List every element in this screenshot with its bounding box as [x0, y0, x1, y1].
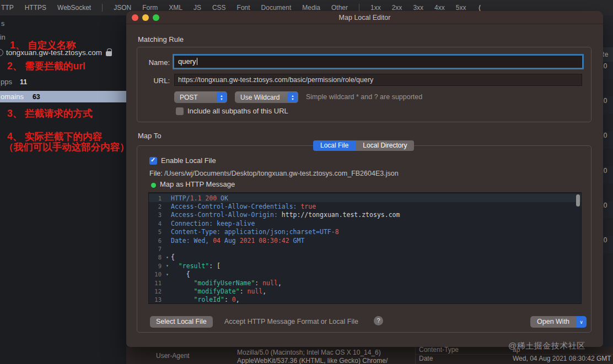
editor-line: 7	[149, 245, 581, 253]
line-number: 11	[149, 280, 164, 286]
tab-document[interactable]: Document	[261, 4, 292, 12]
enable-local-file-checkbox[interactable]	[149, 157, 157, 165]
editor-lines: 1HTTP/1.1 200 OK2Access-Control-Allow-Cr…	[149, 194, 581, 304]
header-value: Wed, 04 Aug 2021 08:30:42 GMT	[513, 355, 611, 362]
domains-label: omains	[0, 93, 24, 101]
editor-line: 5Content-Type: application/json;charset=…	[149, 228, 581, 236]
name-value: query	[178, 57, 196, 66]
help-icon[interactable]: ?	[374, 316, 383, 325]
tab-css[interactable]: CSS	[212, 4, 226, 12]
code-token: :	[224, 296, 232, 303]
wildcard-select[interactable]: Use Wildcard ▴▾	[235, 91, 298, 103]
map-to-label: Map To	[138, 132, 161, 140]
line-content: "roleId": 0,	[171, 296, 240, 303]
select-local-file-button[interactable]: Select Local File	[150, 316, 213, 328]
file-path: /Users/wj/Documents/Desktop/tongxuan.gw-…	[164, 170, 399, 177]
line-content: {	[171, 253, 175, 261]
tab-other[interactable]: Other	[331, 4, 348, 12]
line-content: "result": [	[171, 262, 221, 270]
tab-separator	[359, 4, 359, 12]
editor-line: 10▾ {	[149, 270, 581, 279]
code-token: null	[248, 287, 263, 295]
annotation-3: 3、 拦截请求的方式	[7, 107, 93, 120]
editor-scrollbar-thumb[interactable]	[576, 194, 580, 207]
wildcard-hint: Simple wildcard * and ? are supported	[306, 93, 422, 101]
fold-icon[interactable]: ▾	[164, 255, 171, 260]
code-token: 8	[335, 228, 339, 236]
line-content: Date: Wed, 04 Aug 2021 08:30:42 GMT	[171, 237, 304, 245]
editor-line: 11 "modifyUserName": null,	[149, 279, 581, 287]
method-select[interactable]: POST ▴▾	[174, 91, 227, 103]
open-with-button[interactable]: Open With ∨	[530, 316, 587, 328]
code-token: ,	[278, 279, 282, 287]
stepper-arrows-icon: ▴▾	[217, 92, 227, 102]
code-token: Date: Wed,	[171, 237, 213, 245]
line-content: HTTP/1.1 200 OK	[171, 194, 228, 202]
header-key: Date	[419, 355, 433, 362]
code-token: 0	[232, 296, 236, 303]
status-dot-icon	[151, 183, 156, 188]
tab-2xx[interactable]: 2xx	[392, 4, 402, 12]
tab-font[interactable]: Font	[237, 4, 250, 12]
editor-line: 1HTTP/1.1 200 OK	[149, 194, 581, 202]
code-token: Access-Control-Allow-Credentials:	[171, 203, 300, 210]
code-token	[171, 296, 194, 303]
map-to-tabs: Local FileLocal Directory	[313, 140, 414, 151]
line-number: 13	[149, 296, 164, 303]
tab-5xx[interactable]: 5xx	[456, 4, 466, 12]
stepper-arrows-icon: ▴▾	[288, 92, 298, 102]
sidebar-item-apps[interactable]: pps11	[1, 78, 27, 86]
zoom-button[interactable]	[153, 14, 159, 21]
tab-js[interactable]: JS	[193, 4, 201, 12]
tab-websocket[interactable]: WebSocket	[57, 4, 91, 12]
editor-line: 13 "roleId": 0,	[149, 296, 581, 304]
accept-format-hint: Accept HTTP Message Format or Local File	[224, 318, 358, 325]
editor-line: 3Access-Control-Allow-Origin: http://ton…	[149, 211, 581, 219]
tab-ttp[interactable]: TTP	[1, 4, 14, 12]
line-content: Access-Control-Allow-Credentials: true	[171, 203, 316, 210]
annotation-2: 2、 需要拦截的url	[7, 59, 85, 73]
name-input[interactable]: query	[174, 56, 582, 68]
code-token: "modifyUserName"	[194, 279, 255, 287]
line-number: 8	[149, 254, 164, 260]
line-number: 1	[149, 195, 164, 202]
enable-local-file-label: Enable Local File	[161, 156, 216, 165]
map-to-group: Enable Local File File: /Users/wj/Docume…	[137, 145, 592, 333]
url-input[interactable]: https://tongxuan.gw-test.ztosys.com/basi…	[174, 74, 582, 86]
editor-line: 12 "modifyDate": null,	[149, 287, 581, 295]
tab-local-directory[interactable]: Local Directory	[356, 140, 414, 151]
dialog-titlebar[interactable]: Map Local Editor	[126, 11, 603, 24]
tab-4xx[interactable]: 4xx	[434, 4, 445, 12]
tab-https[interactable]: HTTPS	[25, 4, 46, 12]
http-message-editor[interactable]: 1HTTP/1.1 200 OK2Access-Control-Allow-Cr…	[148, 192, 582, 304]
tab-local-file[interactable]: Local File	[313, 140, 356, 151]
apps-label: pps	[1, 78, 12, 86]
minimize-button[interactable]	[142, 14, 149, 21]
tab-media[interactable]: Media	[302, 4, 320, 12]
code-token: "modifyDate"	[194, 287, 240, 295]
code-token: ,	[236, 296, 240, 303]
name-label: Name:	[137, 58, 170, 67]
tab-3xx[interactable]: 3xx	[413, 4, 423, 12]
code-token: 1.1 200	[190, 194, 217, 202]
close-button[interactable]	[132, 14, 138, 21]
dialog-title: Map Local Editor	[126, 14, 603, 21]
include-subpaths-checkbox[interactable]	[176, 107, 184, 115]
code-token: Access-Control-Allow-Origin:	[171, 211, 282, 219]
tab-json[interactable]: JSON	[114, 4, 131, 12]
sidebar-item-domains-selected[interactable]: omains63	[0, 91, 126, 102]
tab-xml[interactable]: XML	[169, 4, 182, 12]
line-number: 9	[149, 263, 164, 269]
chevron-down-icon: ∨	[576, 316, 587, 328]
header-value: Mozilla/5.0 (Macintosh; Intel Mac OS X 1…	[237, 349, 381, 356]
tab-form[interactable]: Form	[142, 4, 158, 12]
tab-1xx[interactable]: 1xx	[370, 4, 381, 12]
line-content: {	[171, 270, 190, 278]
method-select-value: POST	[174, 94, 216, 101]
sidebar-fragment-in: in	[0, 34, 6, 41]
map-as-http-label: Map as HTTP Message	[160, 180, 235, 188]
fold-icon[interactable]: ▾	[164, 263, 171, 268]
line-number: 6	[149, 237, 164, 244]
fold-icon[interactable]: ▾	[164, 272, 171, 277]
code-token: HTTP/	[171, 194, 190, 202]
